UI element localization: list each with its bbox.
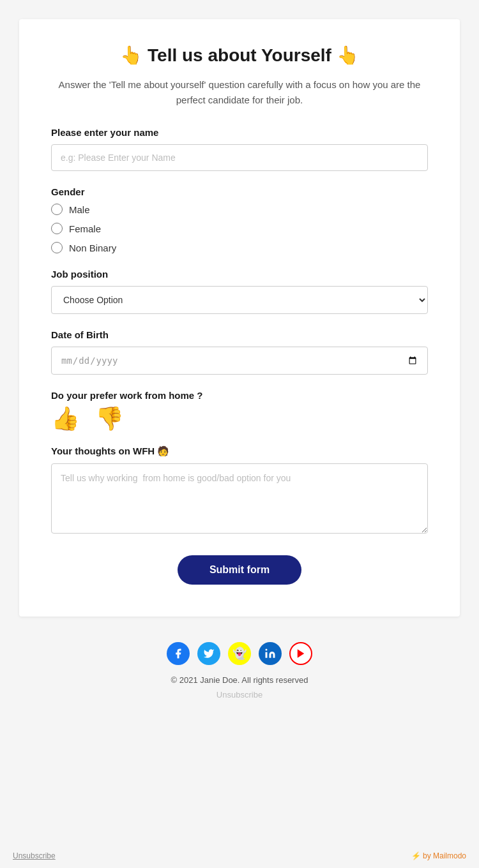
title-text: Tell us about Yourself bbox=[148, 45, 331, 65]
page-footer-brand: ⚡ by Mailmodo bbox=[411, 851, 466, 860]
snapchat-icon[interactable]: 👻 bbox=[228, 642, 251, 665]
dob-input[interactable] bbox=[51, 347, 428, 375]
page-wrapper: 👆 Tell us about Yourself 👆 Answer the 'T… bbox=[0, 0, 479, 868]
job-position-field-group: Job position Choose Option Software Engi… bbox=[51, 269, 428, 314]
page-footer-unsubscribe-link[interactable]: Unsubscribe bbox=[13, 851, 56, 860]
footer-unsubscribe-link[interactable]: Unsubscribe bbox=[217, 690, 262, 700]
name-input[interactable] bbox=[51, 144, 428, 171]
page-footer-bar: Unsubscribe ⚡ by Mailmodo bbox=[0, 844, 479, 868]
submit-button[interactable]: Submit form bbox=[178, 555, 301, 585]
page-title: 👆 Tell us about Yourself 👆 bbox=[51, 45, 428, 66]
thoughts-field-group: Your thoughts on WFH 🧑 bbox=[51, 445, 428, 536]
twitter-icon[interactable] bbox=[197, 642, 220, 665]
wfh-field-group: Do your prefer work from home ? 👍 👎 bbox=[51, 390, 428, 430]
svg-point-0 bbox=[266, 649, 268, 651]
job-position-label: Job position bbox=[51, 269, 428, 280]
gender-male-radio[interactable] bbox=[51, 204, 63, 215]
thoughts-label: Your thoughts on WFH 🧑 bbox=[51, 445, 428, 457]
form-card: 👆 Tell us about Yourself 👆 Answer the 'T… bbox=[19, 19, 460, 617]
gender-nonbinary-label: Non Binary bbox=[69, 243, 116, 253]
footer: 👻 © 2021 Janie Doe. All rights reserved … bbox=[19, 617, 460, 719]
youtube-icon[interactable] bbox=[289, 642, 312, 665]
form-section: Please enter your name Gender Male Femal… bbox=[51, 127, 428, 585]
subtitle-text: Answer the 'Tell me about yourself' ques… bbox=[51, 77, 428, 108]
thoughts-label-text: Your thoughts on WFH bbox=[51, 445, 155, 456]
name-label: Please enter your name bbox=[51, 127, 428, 138]
dob-field-group: Date of Birth bbox=[51, 329, 428, 375]
dob-label: Date of Birth bbox=[51, 329, 428, 340]
gender-male-item[interactable]: Male bbox=[51, 204, 428, 215]
gender-female-item[interactable]: Female bbox=[51, 223, 428, 234]
thumbs-down-button[interactable]: 👎 bbox=[95, 407, 124, 430]
job-position-select[interactable]: Choose Option Software Engineer Product … bbox=[51, 286, 428, 314]
thoughts-textarea[interactable] bbox=[51, 463, 428, 534]
svg-marker-1 bbox=[298, 649, 305, 658]
gender-nonbinary-item[interactable]: Non Binary bbox=[51, 242, 428, 253]
name-field-group: Please enter your name bbox=[51, 127, 428, 171]
linkedin-icon[interactable] bbox=[259, 642, 282, 665]
header: 👆 Tell us about Yourself 👆 Answer the 'T… bbox=[51, 45, 428, 108]
gender-label: Gender bbox=[51, 186, 428, 197]
gender-radio-group: Male Female Non Binary bbox=[51, 204, 428, 253]
social-icons: 👻 bbox=[38, 642, 441, 665]
thumbs-up-button[interactable]: 👍 bbox=[51, 407, 80, 430]
copyright-text: © 2021 Janie Doe. All rights reserved bbox=[38, 675, 441, 685]
gender-female-label: Female bbox=[69, 223, 101, 234]
emoji-right: 👆 bbox=[337, 45, 359, 65]
gender-male-label: Male bbox=[69, 204, 90, 215]
thoughts-emoji: 🧑 bbox=[157, 445, 169, 456]
gender-nonbinary-radio[interactable] bbox=[51, 242, 63, 253]
gender-field-group: Gender Male Female Non Binary bbox=[51, 186, 428, 253]
emoji-left: 👆 bbox=[120, 45, 142, 65]
wfh-buttons: 👍 👎 bbox=[51, 407, 428, 430]
gender-female-radio[interactable] bbox=[51, 223, 63, 234]
wfh-label: Do your prefer work from home ? bbox=[51, 390, 428, 401]
facebook-icon[interactable] bbox=[167, 642, 190, 665]
